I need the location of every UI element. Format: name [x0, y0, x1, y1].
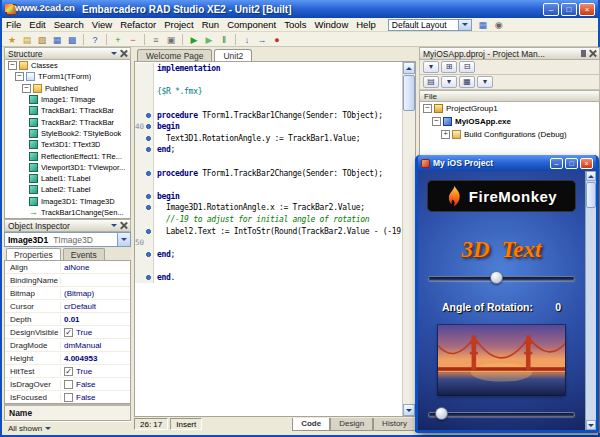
tree-item[interactable]: ReflectionEffect1: TRe... — [5, 150, 130, 161]
scrollbar-thumb[interactable] — [403, 75, 415, 111]
editor-scrollbar[interactable] — [402, 62, 415, 416]
inspector-tab-events[interactable]: Events — [63, 248, 105, 260]
pm-activate-configuration-button[interactable]: ▾ — [423, 61, 439, 73]
gutter-cell[interactable] — [135, 249, 154, 261]
checkbox-icon[interactable] — [64, 393, 73, 402]
toolbar-view-form-button[interactable]: ▣ — [164, 33, 178, 46]
menu-project-item[interactable]: Project — [160, 19, 198, 30]
pm-options-button[interactable]: ▾ — [477, 76, 493, 88]
tree-item[interactable]: −MyiOSApp.exe — [420, 115, 599, 128]
tree-item[interactable]: −ProjectGroup1 — [420, 102, 599, 115]
chevron-down-icon[interactable] — [117, 233, 130, 246]
property-row[interactable]: AlignalNone — [5, 261, 130, 274]
close-button[interactable]: × — [580, 158, 593, 169]
tree-item[interactable]: StyleBook2: TStyleBook — [5, 128, 130, 139]
maximize-button[interactable]: □ — [565, 158, 578, 169]
property-row[interactable]: DragModedmManual — [5, 339, 130, 352]
pm-new-item-button[interactable]: ⊞ — [441, 61, 457, 73]
menu-view-item[interactable]: View — [88, 19, 116, 30]
code-editor[interactable]: implementation{$R *.fmx}procedure TForm1… — [134, 61, 416, 417]
gutter-cell[interactable] — [135, 260, 154, 272]
editor-view-tab-design[interactable]: Design — [330, 418, 373, 431]
gutter-cell[interactable] — [135, 225, 154, 237]
minimize-button[interactable]: – — [550, 158, 563, 169]
property-value[interactable]: ✓True — [61, 367, 130, 376]
gutter-cell[interactable] — [135, 86, 154, 98]
tree-item[interactable]: Label2: TLabel — [5, 184, 130, 195]
scroll-down-icon[interactable] — [586, 420, 596, 430]
tree-item[interactable]: Viewport3D1: TViewpor... — [5, 162, 130, 173]
scroll-up-icon[interactable] — [403, 62, 415, 74]
gutter-cell[interactable] — [135, 109, 154, 121]
expander-minus-icon[interactable]: − — [423, 104, 432, 113]
gutter-cell[interactable] — [135, 75, 154, 87]
close-icon[interactable] — [120, 50, 127, 57]
desktop-layout-combo[interactable]: Default Layout — [388, 19, 472, 31]
menu-refactor-item[interactable]: Refactor — [116, 19, 160, 30]
tilt-slider[interactable] — [428, 407, 575, 421]
expander-minus-icon[interactable]: − — [432, 117, 441, 126]
scroll-down-icon[interactable] — [403, 404, 415, 416]
property-row[interactable]: Bitmap(Bitmap) — [5, 287, 130, 300]
property-value[interactable]: 4.004953 — [61, 354, 130, 363]
gutter-cell[interactable] — [135, 191, 154, 203]
property-row[interactable]: DesignVisible✓True — [5, 326, 130, 339]
toolbar-step-over-button[interactable]: → — [255, 33, 269, 46]
property-value[interactable]: alNone — [61, 263, 130, 272]
close-button[interactable]: × — [579, 3, 595, 16]
menu-file-item[interactable]: File — [2, 19, 25, 30]
property-value[interactable]: dmManual — [61, 341, 130, 350]
tree-item[interactable]: Text3D1: TText3D — [5, 139, 130, 150]
tree-item[interactable]: −TForm1(TForm) — [5, 71, 130, 82]
property-value[interactable]: False — [61, 380, 130, 389]
ios-scrollbar[interactable] — [585, 171, 596, 430]
tree-item[interactable]: +Build Configurations (Debug) — [420, 128, 599, 141]
tilt-slider-thumb[interactable] — [435, 407, 448, 420]
menu-help-item[interactable]: Help — [352, 19, 380, 30]
scroll-up-icon[interactable] — [586, 171, 596, 181]
tree-item[interactable]: →TrackBar1Change(Sen... — [5, 207, 130, 218]
property-row[interactable]: Height4.004953 — [5, 352, 130, 365]
property-row[interactable]: IsFocusedFalse — [5, 391, 130, 404]
property-row[interactable]: Depth0.01 — [5, 313, 130, 326]
tilt-slider-track[interactable] — [428, 412, 575, 417]
property-value[interactable]: 0.01 — [61, 315, 130, 324]
toolbar-add-file-button[interactable]: + — [111, 33, 125, 46]
title-bar[interactable]: Embarcadero RAD Studio XE2 - Unit2 [Buil… — [2, 0, 598, 18]
toolbar-trace-into-button[interactable]: ↓ — [240, 33, 254, 46]
toolbar-breakpoints-button[interactable]: ● — [270, 33, 284, 46]
gutter-cell[interactable] — [135, 179, 154, 191]
gutter-cell[interactable] — [135, 202, 154, 214]
tree-item[interactable]: TrackBar2: TTrackBar — [5, 116, 130, 127]
toolbar-help-button[interactable]: ? — [88, 33, 102, 46]
gutter-cell[interactable] — [135, 63, 154, 75]
structure-tree[interactable]: −Classes−TForm1(TForm)−PublishedImage1: … — [4, 60, 131, 219]
toolbar-save-all-button[interactable]: ▩ — [65, 33, 79, 46]
ios-title-bar[interactable]: My iOS Project –□× — [418, 155, 596, 171]
minimize-button[interactable]: – — [543, 3, 559, 16]
expander-minus-icon[interactable]: − — [8, 61, 17, 70]
maximize-button[interactable]: □ — [561, 3, 577, 16]
property-row[interactable]: HitTest✓True — [5, 365, 130, 378]
checkbox-icon[interactable]: ✓ — [64, 367, 73, 376]
tree-item[interactable]: Image1: TImage — [5, 94, 130, 105]
toolbar-pause-button[interactable]: ‖ — [217, 33, 231, 46]
menu-tools-item[interactable]: Tools — [280, 19, 310, 30]
checkbox-icon[interactable]: ✓ — [64, 328, 73, 337]
close-icon[interactable] — [589, 50, 596, 57]
rotation-slider[interactable] — [428, 271, 575, 285]
gutter-cell[interactable]: 50 — [135, 237, 154, 249]
save-desktop-button[interactable]: ▦ — [476, 18, 490, 31]
toolbar-remove-file-button[interactable]: − — [126, 33, 140, 46]
menu-component-item[interactable]: Component — [223, 19, 280, 30]
scrollbar-thumb[interactable] — [586, 182, 596, 208]
toolbar-view-unit-button[interactable]: ≡ — [149, 33, 163, 46]
expander-plus-icon[interactable]: + — [441, 130, 450, 139]
editor-tab-unit2[interactable]: Unit2 — [214, 49, 252, 61]
gutter-cell[interactable] — [135, 214, 154, 226]
toolbar-run-without-debugging-button[interactable]: ▶ — [202, 33, 216, 46]
property-row[interactable]: BindingName — [5, 274, 130, 287]
gutter-cell[interactable] — [135, 98, 154, 110]
tree-item[interactable]: Label1: TLabel — [5, 173, 130, 184]
expander-minus-icon[interactable]: − — [15, 72, 24, 81]
